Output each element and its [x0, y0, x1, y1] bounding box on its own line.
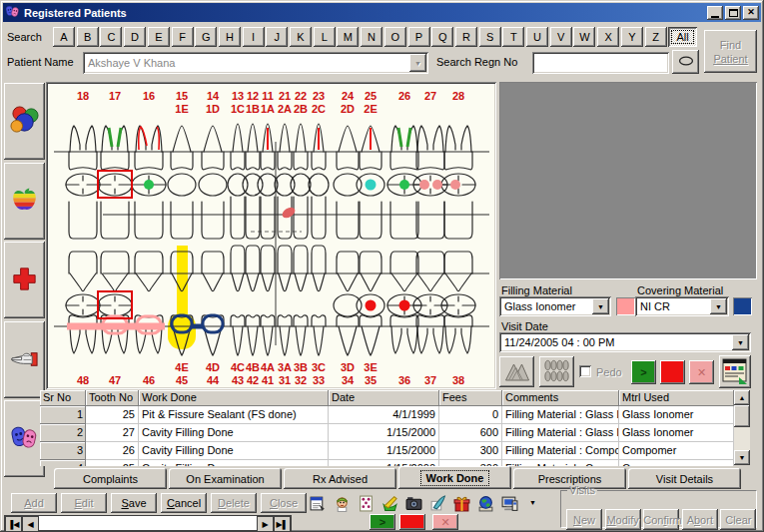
last-record-button[interactable]: ▶▌: [274, 516, 291, 532]
sidebar-button-red-cross[interactable]: [4, 242, 45, 318]
minimize-button[interactable]: [707, 6, 723, 20]
letter-button-R[interactable]: R: [455, 27, 477, 47]
letter-button-L[interactable]: L: [314, 27, 336, 47]
visits-new-button[interactable]: New: [566, 509, 602, 530]
letter-button-V[interactable]: V: [550, 27, 572, 47]
letter-button-Q[interactable]: Q: [431, 27, 453, 47]
add-button[interactable]: Add: [11, 493, 57, 513]
chevron-down-icon[interactable]: ▼: [409, 54, 426, 72]
mountain-button[interactable]: [499, 356, 534, 387]
toolbar-chevron-down-icon[interactable]: ▼: [529, 499, 536, 506]
chevron-down-icon[interactable]: ▼: [710, 298, 727, 314]
letter-button-X[interactable]: X: [597, 27, 619, 47]
letter-button-P[interactable]: P: [408, 27, 430, 47]
proceed-button[interactable]: >: [370, 514, 395, 530]
card-toolbar-button[interactable]: [356, 495, 376, 513]
letter-button-T[interactable]: T: [502, 27, 524, 47]
previous-record-button[interactable]: ◀: [22, 516, 39, 532]
chevron-down-icon[interactable]: ▼: [592, 298, 609, 314]
visits-abort-button[interactable]: Abort: [682, 509, 718, 530]
gift-toolbar-button[interactable]: [451, 495, 471, 513]
letter-button-U[interactable]: U: [526, 27, 548, 47]
letter-button-Z[interactable]: Z: [645, 27, 667, 47]
close-button[interactable]: ✕: [743, 6, 759, 20]
letter-button-G[interactable]: G: [195, 27, 217, 47]
delete-button[interactable]: Delete: [211, 493, 257, 513]
sidebar-button-colour-balls[interactable]: [4, 83, 45, 160]
visits-confirm-button[interactable]: Confirm: [643, 509, 679, 530]
column-header-tooth-no[interactable]: Tooth No: [86, 390, 139, 406]
letter-button-J[interactable]: J: [266, 27, 288, 47]
scroll-up-icon[interactable]: ▲: [734, 390, 750, 405]
column-header-work-done[interactable]: Work Done: [139, 390, 329, 406]
tab-on-examination[interactable]: On Examination: [169, 468, 282, 489]
column-header-comments[interactable]: Comments: [502, 390, 619, 406]
sidebar-button-theatre-masks[interactable]: [4, 400, 45, 477]
visit-date-combo[interactable]: 11/24/2005 04 : 00 PM ▼: [499, 332, 751, 352]
next-record-button[interactable]: ▶: [257, 516, 274, 532]
letter-button-O[interactable]: O: [384, 27, 406, 47]
column-header-date[interactable]: Date: [329, 390, 439, 406]
letter-button-I[interactable]: I: [243, 27, 265, 47]
letter-button-M[interactable]: M: [337, 27, 359, 47]
regn-no-input[interactable]: [532, 52, 669, 74]
column-header-fees[interactable]: Fees: [439, 390, 502, 406]
find-patient-button[interactable]: FindPatient: [704, 30, 757, 73]
close-button[interactable]: Close: [261, 493, 307, 513]
table-row[interactable]: 125Pit & Fissure Sealant (FS done)4/1/19…: [40, 406, 734, 424]
chevron-down-icon[interactable]: ▼: [732, 334, 749, 350]
maximize-button[interactable]: [725, 6, 741, 20]
column-header-mtrl-used[interactable]: Mtrl Used: [619, 390, 734, 406]
table-scrollbar[interactable]: ▲ ▼: [734, 390, 750, 465]
table-row[interactable]: 326Cavity Filling Done1/15/2000300Fillin…: [40, 442, 734, 460]
dental-chart[interactable]: 181716151413121121222324252627281E1D1C1B…: [46, 82, 496, 389]
first-record-button[interactable]: ▐◀: [5, 516, 22, 532]
visits-clear-button[interactable]: Clear: [720, 509, 756, 530]
letter-button-N[interactable]: N: [361, 27, 382, 47]
quill-toolbar-button[interactable]: [427, 495, 447, 513]
save-button[interactable]: Save: [111, 493, 157, 513]
sidebar-button-pointing-hand[interactable]: [4, 321, 45, 398]
search-oval-button[interactable]: [672, 50, 699, 74]
stop-button[interactable]: [660, 360, 685, 384]
camera-toolbar-button[interactable]: [403, 495, 423, 513]
table-row[interactable]: 425Cavity Filling Done1/15/2000300Fillin…: [40, 460, 734, 466]
teeth-button[interactable]: [539, 356, 574, 387]
letter-button-A[interactable]: A: [53, 27, 75, 47]
letter-button-F[interactable]: F: [172, 27, 194, 47]
scroll-down-icon[interactable]: ▼: [734, 450, 750, 465]
globe-toolbar-button[interactable]: [475, 495, 495, 513]
column-header-sr-no[interactable]: Sr No: [40, 390, 86, 406]
scrollbar-thumb[interactable]: [734, 405, 750, 427]
letter-button-K[interactable]: K: [290, 27, 312, 47]
proceed-button[interactable]: >: [631, 360, 656, 384]
letter-button-E[interactable]: E: [148, 27, 170, 47]
letter-button-D[interactable]: D: [124, 27, 146, 47]
prescription-toolbar-button[interactable]: [380, 495, 399, 513]
calendar-toolbar-button[interactable]: [308, 495, 328, 513]
monitor-toolbar-button[interactable]: [499, 495, 519, 513]
stop-button[interactable]: [399, 514, 425, 530]
letter-button-W[interactable]: W: [573, 27, 595, 47]
letter-button-H[interactable]: H: [219, 27, 241, 47]
all-letters-button[interactable]: All: [668, 27, 697, 47]
letter-button-B[interactable]: B: [77, 27, 99, 47]
letter-button-Y[interactable]: Y: [621, 27, 643, 47]
visits-modify-button[interactable]: Modify: [605, 509, 641, 530]
cancel-button[interactable]: Cancel: [161, 493, 207, 513]
sidebar-button-rainbow-apple[interactable]: [4, 163, 45, 240]
table-row[interactable]: 227Cavity Filling Done1/15/2000600Fillin…: [40, 424, 734, 442]
patient-name-combo[interactable]: Akshaye V Khana ▼: [83, 52, 428, 74]
edit-button[interactable]: Edit: [61, 493, 107, 513]
letter-button-C[interactable]: C: [100, 27, 122, 47]
covering-material-combo[interactable]: NI CR ▼: [635, 296, 729, 316]
tab-rx-advised[interactable]: Rx Advised: [284, 468, 396, 489]
tab-work-done[interactable]: Work Done: [398, 466, 511, 489]
pedo-checkbox[interactable]: [579, 365, 591, 377]
cancel-x-button[interactable]: ✕: [689, 360, 714, 384]
doctor-toolbar-button[interactable]: [332, 495, 352, 513]
palette-button[interactable]: [719, 355, 751, 388]
letter-button-S[interactable]: S: [479, 27, 501, 47]
cancel-x-button[interactable]: ✕: [432, 514, 458, 530]
filling-material-combo[interactable]: Glass Ionomer ▼: [499, 296, 611, 316]
